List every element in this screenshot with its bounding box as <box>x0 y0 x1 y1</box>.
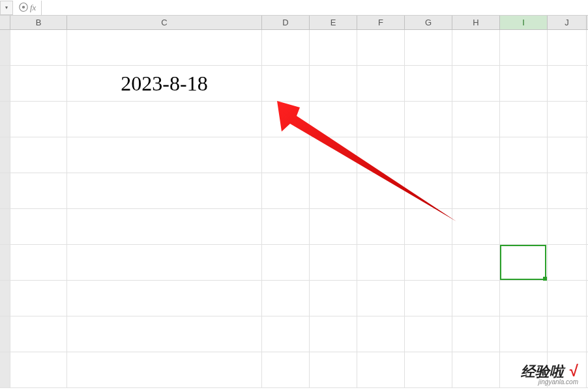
cell[interactable] <box>10 137 67 173</box>
cell[interactable] <box>548 102 587 137</box>
cell[interactable] <box>405 352 452 387</box>
table-row[interactable] <box>0 137 588 173</box>
cell[interactable] <box>548 30 587 65</box>
cell[interactable] <box>262 281 310 316</box>
cell[interactable] <box>67 137 262 173</box>
cell[interactable] <box>310 173 357 208</box>
cell[interactable] <box>548 245 587 280</box>
cell[interactable] <box>357 281 405 316</box>
cell[interactable] <box>67 173 262 208</box>
cell[interactable] <box>10 316 67 352</box>
table-row[interactable] <box>0 316 588 352</box>
cell[interactable] <box>310 352 357 387</box>
cell[interactable] <box>310 209 357 244</box>
cell[interactable] <box>452 102 500 137</box>
cell[interactable] <box>310 316 357 352</box>
cell[interactable] <box>548 209 587 244</box>
cell[interactable] <box>452 66 500 101</box>
cell[interactable] <box>452 137 500 173</box>
row-header[interactable] <box>0 352 10 387</box>
cell[interactable] <box>357 30 405 65</box>
row-header[interactable] <box>0 66 10 101</box>
table-row[interactable] <box>0 173 588 209</box>
cell[interactable] <box>405 209 452 244</box>
cell[interactable] <box>67 316 262 352</box>
table-row[interactable]: 2023-8-18 <box>0 66 588 102</box>
zoom-icon[interactable]: ⦿ <box>18 2 29 14</box>
cell[interactable] <box>262 352 310 387</box>
cell[interactable] <box>310 102 357 137</box>
cell[interactable] <box>310 281 357 316</box>
cell[interactable] <box>452 245 500 280</box>
cell[interactable] <box>262 30 310 65</box>
cell[interactable] <box>67 281 262 316</box>
table-row[interactable] <box>0 102 588 137</box>
table-row[interactable] <box>0 30 588 66</box>
cell[interactable] <box>500 173 548 208</box>
cell[interactable] <box>67 209 262 244</box>
cell[interactable] <box>10 245 67 280</box>
cell[interactable] <box>357 173 405 208</box>
cell[interactable] <box>405 245 452 280</box>
row-header[interactable] <box>0 281 10 316</box>
cell[interactable] <box>548 173 587 208</box>
cell[interactable] <box>452 316 500 352</box>
cell[interactable] <box>405 102 452 137</box>
cell[interactable] <box>67 30 262 65</box>
cell[interactable] <box>500 209 548 244</box>
cell[interactable] <box>357 66 405 101</box>
row-header[interactable] <box>0 102 10 137</box>
cell[interactable] <box>10 173 67 208</box>
cell[interactable] <box>262 173 310 208</box>
cell[interactable] <box>10 66 67 101</box>
cell[interactable] <box>452 352 500 387</box>
formula-input[interactable] <box>41 1 588 15</box>
cell[interactable] <box>310 245 357 280</box>
table-row[interactable] <box>0 209 588 245</box>
cell[interactable] <box>500 137 548 173</box>
table-row[interactable] <box>0 352 588 388</box>
row-header[interactable] <box>0 30 10 65</box>
cell[interactable] <box>67 102 262 137</box>
cell[interactable] <box>262 245 310 280</box>
col-header-E[interactable]: E <box>310 16 357 29</box>
cell[interactable] <box>405 66 452 101</box>
cell[interactable] <box>405 30 452 65</box>
cell[interactable] <box>10 209 67 244</box>
cell[interactable] <box>10 281 67 316</box>
cell[interactable] <box>357 102 405 137</box>
cell[interactable] <box>10 30 67 65</box>
col-header-F[interactable]: F <box>357 16 405 29</box>
cell[interactable] <box>452 173 500 208</box>
table-row[interactable] <box>0 281 588 316</box>
cell[interactable] <box>452 281 500 316</box>
cell[interactable] <box>310 137 357 173</box>
col-header-I[interactable]: I <box>500 16 548 29</box>
col-header-J[interactable]: J <box>548 16 587 29</box>
cell[interactable] <box>548 316 587 352</box>
cell[interactable] <box>262 102 310 137</box>
row-header[interactable] <box>0 173 10 208</box>
cell[interactable] <box>357 209 405 244</box>
cell[interactable] <box>500 30 548 65</box>
col-header-G[interactable]: G <box>405 16 452 29</box>
cell[interactable] <box>357 352 405 387</box>
cell[interactable] <box>10 352 67 387</box>
cell[interactable] <box>548 137 587 173</box>
cell[interactable] <box>500 281 548 316</box>
cell[interactable] <box>262 316 310 352</box>
cell[interactable] <box>405 316 452 352</box>
cell[interactable] <box>452 30 500 65</box>
cell[interactable] <box>262 137 310 173</box>
cell[interactable] <box>405 281 452 316</box>
corner-cell[interactable] <box>0 16 10 29</box>
row-header[interactable] <box>0 245 10 280</box>
cell[interactable] <box>405 173 452 208</box>
cell[interactable] <box>500 66 548 101</box>
cell[interactable] <box>310 66 357 101</box>
cell-with-date[interactable]: 2023-8-18 <box>67 66 262 101</box>
row-header[interactable] <box>0 209 10 244</box>
fx-icon[interactable]: fx <box>30 3 36 13</box>
cell[interactable] <box>548 66 587 101</box>
cell[interactable] <box>452 209 500 244</box>
